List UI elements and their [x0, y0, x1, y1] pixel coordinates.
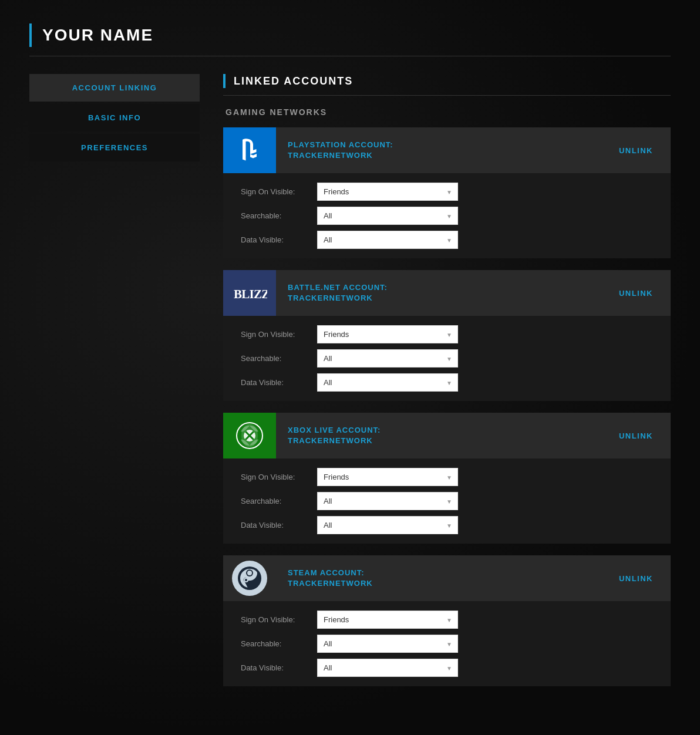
data-visible-wrapper: AllFriendsNone [317, 659, 458, 677]
account-block-blizzard: BLIZZARD BATTLE.NET ACCOUNT: TRACKERNETW… [223, 270, 671, 401]
account-card-xbox: XBOX LIVE ACCOUNT: TRACKERNETWORK UNLINK [223, 413, 671, 458]
sign-on-visible-wrapper: FriendsAllNone [317, 183, 458, 201]
data-visible-label: Data Visible: [241, 663, 317, 672]
playstation-unlink-button[interactable]: UNLINK [601, 127, 671, 173]
sign-on-visible-wrapper: FriendsAllNone [317, 611, 458, 629]
account-card-steam: STEAM ACCOUNT: TRACKERNETWORK UNLINK [223, 555, 671, 601]
searchable-select[interactable]: AllFriendsNone [317, 207, 458, 225]
sign-on-visible-select[interactable]: FriendsAllNone [317, 183, 458, 201]
sidebar-item-preferences[interactable]: PREFERENCES [29, 134, 200, 161]
playstation-account-info: PLAYSTATION ACCOUNT: TRACKERNETWORK [276, 127, 601, 173]
steam-unlink-button[interactable]: UNLINK [601, 555, 671, 601]
svg-point-6 [247, 571, 252, 575]
data-visible-label: Data Visible: [241, 521, 317, 530]
setting-row: Sign On Visible: FriendsAllNone [235, 325, 659, 343]
sign-on-visible-wrapper: FriendsAllNone [317, 325, 458, 343]
steam-account-info: STEAM ACCOUNT: TRACKERNETWORK [276, 555, 601, 601]
setting-row: Searchable: AllFriendsNone [235, 349, 659, 368]
xbox-logo [223, 413, 276, 458]
sign-on-visible-label: Sign On Visible: [241, 330, 317, 339]
data-visible-label: Data Visible: [241, 378, 317, 387]
section-accent [223, 74, 226, 88]
searchable-select[interactable]: AllFriendsNone [317, 492, 458, 510]
playstation-account-name: PLAYSTATION ACCOUNT: TRACKERNETWORK [288, 140, 590, 161]
setting-row: Sign On Visible: FriendsAllNone [235, 183, 659, 201]
blizzard-account-info: BATTLE.NET ACCOUNT: TRACKERNETWORK [276, 270, 601, 316]
page-title: YOUR NAME [42, 26, 153, 45]
searchable-select[interactable]: AllFriendsNone [317, 349, 458, 368]
blizzard-unlink-button[interactable]: UNLINK [601, 270, 671, 316]
blizzard-logo: BLIZZARD [223, 270, 276, 316]
sign-on-visible-label: Sign On Visible: [241, 615, 317, 624]
blizzard-account-name: BATTLE.NET ACCOUNT: TRACKERNETWORK [288, 282, 590, 304]
sign-on-visible-label: Sign On Visible: [241, 473, 317, 481]
data-visible-select[interactable]: AllFriendsNone [317, 231, 458, 249]
sidebar: ACCOUNT LINKING BASIC INFO PREFERENCES [29, 74, 200, 698]
setting-row: Data Visible: AllFriendsNone [235, 373, 659, 392]
data-visible-label: Data Visible: [241, 235, 317, 244]
account-card-playstation: PLAYSTATION ACCOUNT: TRACKERNETWORK UNLI… [223, 127, 671, 173]
sidebar-item-account-linking[interactable]: ACCOUNT LINKING [29, 74, 200, 102]
sidebar-item-basic-info[interactable]: BASIC INFO [29, 104, 200, 132]
svg-text:BLIZZARD: BLIZZARD [234, 287, 267, 301]
xbox-account-name: XBOX LIVE ACCOUNT: TRACKERNETWORK [288, 425, 590, 446]
account-block-playstation: PLAYSTATION ACCOUNT: TRACKERNETWORK UNLI… [223, 127, 671, 258]
steam-account-name: STEAM ACCOUNT: TRACKERNETWORK [288, 568, 590, 589]
playstation-logo [223, 127, 276, 173]
page-header: YOUR NAME [29, 23, 671, 56]
data-visible-wrapper: AllFriendsNone [317, 516, 458, 534]
main-layout: ACCOUNT LINKING BASIC INFO PREFERENCES L… [29, 74, 671, 698]
section-title: LINKED ACCOUNTS [234, 75, 353, 87]
searchable-wrapper: AllFriendsNone [317, 349, 458, 368]
blizzard-settings: Sign On Visible: FriendsAllNone Searchab… [223, 316, 671, 401]
setting-row: Searchable: AllFriendsNone [235, 492, 659, 510]
content-area: LINKED ACCOUNTS GAMING NETWORKS [223, 74, 671, 698]
data-visible-select[interactable]: AllFriendsNone [317, 373, 458, 392]
sign-on-visible-label: Sign On Visible: [241, 187, 317, 196]
sign-on-visible-wrapper: FriendsAllNone [317, 468, 458, 486]
data-visible-wrapper: AllFriendsNone [317, 231, 458, 249]
playstation-settings: Sign On Visible: FriendsAllNone Searchab… [223, 173, 671, 258]
steam-logo [223, 555, 276, 601]
setting-row: Searchable: AllFriendsNone [235, 207, 659, 225]
steam-icon-bg [232, 561, 267, 596]
account-card-blizzard: BLIZZARD BATTLE.NET ACCOUNT: TRACKERNETW… [223, 270, 671, 316]
searchable-select[interactable]: AllFriendsNone [317, 635, 458, 653]
header-accent [29, 23, 32, 47]
searchable-label: Searchable: [241, 497, 317, 505]
searchable-label: Searchable: [241, 354, 317, 363]
account-block-steam: STEAM ACCOUNT: TRACKERNETWORK UNLINK Sig… [223, 555, 671, 686]
sign-on-visible-select[interactable]: FriendsAllNone [317, 611, 458, 629]
searchable-wrapper: AllFriendsNone [317, 207, 458, 225]
setting-row: Data Visible: AllFriendsNone [235, 231, 659, 249]
searchable-wrapper: AllFriendsNone [317, 635, 458, 653]
page-container: YOUR NAME ACCOUNT LINKING BASIC INFO PRE… [0, 0, 700, 721]
xbox-account-info: XBOX LIVE ACCOUNT: TRACKERNETWORK [276, 413, 601, 458]
searchable-label: Searchable: [241, 639, 317, 648]
searchable-label: Searchable: [241, 211, 317, 220]
data-visible-select[interactable]: AllFriendsNone [317, 659, 458, 677]
account-block-xbox: XBOX LIVE ACCOUNT: TRACKERNETWORK UNLINK… [223, 413, 671, 544]
data-visible-select[interactable]: AllFriendsNone [317, 516, 458, 534]
svg-point-8 [245, 579, 247, 581]
xbox-unlink-button[interactable]: UNLINK [601, 413, 671, 458]
setting-row: Sign On Visible: FriendsAllNone [235, 611, 659, 629]
sign-on-visible-select[interactable]: FriendsAllNone [317, 468, 458, 486]
searchable-wrapper: AllFriendsNone [317, 492, 458, 510]
setting-row: Sign On Visible: FriendsAllNone [235, 468, 659, 486]
subsection-title: GAMING NETWORKS [226, 107, 671, 117]
xbox-settings: Sign On Visible: FriendsAllNone Searchab… [223, 458, 671, 544]
sign-on-visible-select[interactable]: FriendsAllNone [317, 325, 458, 343]
steam-settings: Sign On Visible: FriendsAllNone Searchab… [223, 601, 671, 686]
setting-row: Data Visible: AllFriendsNone [235, 659, 659, 677]
section-header: LINKED ACCOUNTS [223, 74, 671, 96]
setting-row: Searchable: AllFriendsNone [235, 635, 659, 653]
setting-row: Data Visible: AllFriendsNone [235, 516, 659, 534]
data-visible-wrapper: AllFriendsNone [317, 373, 458, 392]
